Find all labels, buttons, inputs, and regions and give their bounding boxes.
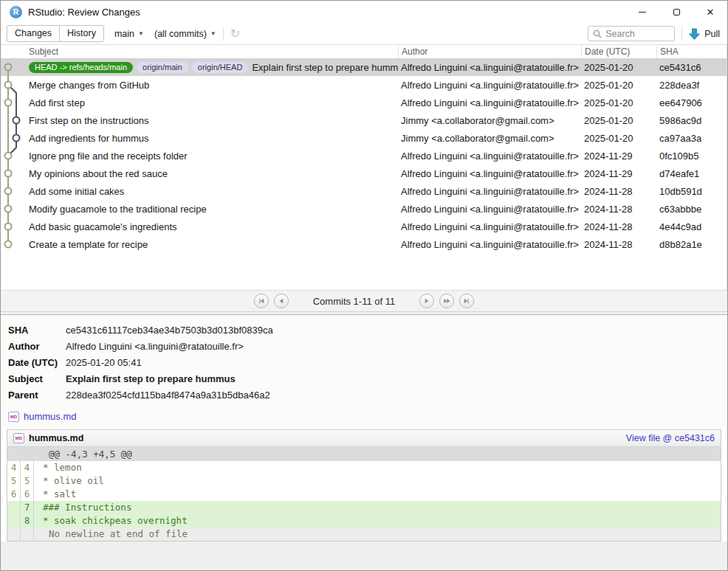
column-header-author[interactable]: Author: [398, 45, 581, 58]
detail-label: Author: [8, 341, 66, 352]
tab-history[interactable]: History: [59, 26, 103, 41]
commit-subject-cell: Merge changes from GitHub: [1, 80, 398, 91]
commit-row[interactable]: Add basic guacamole's ingredientsAlfredo…: [1, 218, 727, 235]
tab-changes[interactable]: Changes: [7, 26, 59, 41]
detail-label: Subject: [8, 373, 66, 384]
new-line-number: 7: [21, 501, 34, 514]
rstudio-logo-icon: R: [10, 6, 22, 18]
detail-value: Alfredo Linguini <a.linguini@ratatouille…: [66, 341, 244, 352]
previous-page-button[interactable]: [274, 294, 289, 308]
detail-row: SubjectExplain first step to prepare hum…: [8, 370, 727, 387]
commit-sha: c63abbbe: [656, 204, 724, 215]
commit-subject: Merge changes from GitHub: [29, 80, 149, 91]
pull-button[interactable]: Pull: [689, 28, 720, 40]
first-page-button[interactable]: [254, 294, 269, 308]
next-page-button[interactable]: [419, 294, 434, 308]
maximize-button[interactable]: [659, 1, 693, 23]
diff-line-text: * soak chickpeas overnight: [34, 514, 188, 527]
commit-subject-cell: Ignore png file and the receipts folder: [1, 150, 398, 162]
commit-row[interactable]: My opinions about the red sauceAlfredo L…: [1, 165, 727, 182]
remote-ref-badge: origin/HEAD: [192, 62, 249, 73]
commit-row[interactable]: Add some initial cakesAlfredo Linguini <…: [1, 182, 727, 200]
commit-sha: 228dea3f: [656, 80, 724, 91]
search-input[interactable]: [605, 29, 665, 39]
diff-header: MD hummus.md View file @ ce5431c6: [7, 430, 721, 447]
commit-row[interactable]: Ignore png file and the receipts folderA…: [1, 147, 727, 165]
commit-sha: d74eafe1: [656, 168, 724, 179]
commit-author: Jimmy <a.collaborator@gmail.com>: [398, 133, 581, 144]
column-header-subject[interactable]: Subject: [1, 45, 398, 58]
commit-row[interactable]: HEAD -> refs/heads/mainorigin/mainorigin…: [1, 58, 727, 76]
commit-sha: 4e44c9ad: [656, 221, 724, 232]
refresh-button[interactable]: ↻: [230, 27, 240, 41]
commit-row[interactable]: Add first stepAlfredo Linguini <a.lingui…: [1, 94, 727, 111]
commit-sha: 5986ac9d: [656, 115, 724, 126]
detail-row: Date (UTC)2025-01-20 05:41: [8, 354, 727, 370]
commit-sha: ca97aa3a: [656, 133, 724, 144]
branch-dropdown[interactable]: main ▼: [114, 29, 144, 39]
old-line-number: [7, 501, 21, 514]
view-file-link[interactable]: View file @ ce5431c6: [626, 433, 715, 443]
commit-sha: d8b82a1e: [656, 239, 724, 250]
toolbar: Changes History main ▼ (all commits) ▼ ↻…: [1, 23, 727, 45]
pull-label: Pull: [704, 29, 720, 39]
new-line-number: 8: [21, 514, 34, 527]
search-box: [588, 26, 675, 41]
changed-file-link[interactable]: hummus.md: [24, 411, 77, 422]
old-line-number: 5: [7, 474, 21, 488]
commit-sha: 0fc109b5: [656, 150, 724, 162]
commit-row[interactable]: Merge changes from GitHubAlfredo Linguin…: [1, 76, 727, 94]
window-background: [1, 541, 727, 570]
new-line-number: 4: [21, 461, 34, 474]
detail-row: Parent228dea3f0254cfd115ba4f8474a9a31b5d…: [8, 387, 727, 403]
minimize-button[interactable]: [625, 1, 659, 23]
commit-author: Alfredo Linguini <a.linguini@ratatouille…: [398, 97, 581, 108]
diff-line-text: * lemon: [34, 461, 82, 474]
search-icon: [593, 30, 602, 38]
markdown-file-icon: MD: [13, 433, 24, 443]
commit-subject-cell: Add ingredients for hummus: [1, 133, 398, 144]
commit-row[interactable]: Create a template for recipeAlfredo Ling…: [1, 235, 727, 253]
pagination-label: Commits 1-11 of 11: [313, 296, 396, 307]
new-line-number: 6: [21, 488, 34, 501]
commit-subject-cell: Add some initial cakes: [1, 186, 398, 197]
new-line-number: 5: [21, 474, 34, 488]
diff-filename: hummus.md: [29, 433, 83, 443]
commit-subject: Add first step: [29, 97, 85, 108]
new-line-number: [21, 527, 34, 541]
table-header: Subject Author Date (UTC) SHA: [1, 45, 727, 58]
fast-forward-button[interactable]: [439, 294, 454, 308]
column-header-date[interactable]: Date (UTC): [581, 45, 656, 58]
window-title: RStudio: Review Changes: [28, 7, 140, 18]
chevron-down-icon: ▼: [138, 30, 144, 37]
commit-date: 2025-01-20: [581, 133, 656, 144]
commit-row[interactable]: Modify guacamole to the traditional reci…: [1, 200, 727, 218]
column-header-sha[interactable]: SHA: [656, 45, 724, 58]
commits-filter-dropdown[interactable]: (all commits) ▼: [154, 29, 216, 39]
close-button[interactable]: ✕: [693, 1, 727, 23]
hunk-header-text: @@ -4,3 +4,5 @@: [7, 449, 132, 460]
old-line-number: [7, 514, 21, 527]
commit-subject: Ignore png file and the receipts folder: [29, 150, 188, 162]
chevron-down-icon: ▼: [210, 30, 216, 37]
toolbar-separator: [223, 27, 224, 41]
commit-row[interactable]: First step on the instructionsJimmy <a.c…: [1, 111, 727, 129]
next-page-icon: [422, 297, 431, 305]
last-page-button[interactable]: [459, 294, 474, 308]
minimize-icon: [639, 12, 646, 13]
commit-author: Jimmy <a.collaborator@gmail.com>: [398, 115, 581, 126]
commit-subject: Explain first step to prepare hummus: [252, 62, 398, 73]
review-changes-window: R RStudio: Review Changes ✕ Changes Hist…: [0, 0, 728, 571]
detail-label: Parent: [8, 390, 66, 401]
commit-author: Alfredo Linguini <a.linguini@ratatouille…: [398, 150, 581, 162]
commit-subject: Add basic guacamole's ingredients: [29, 221, 177, 232]
remote-ref-badge: origin/main: [137, 62, 188, 73]
commit-date: 2024-11-28: [581, 221, 656, 232]
old-line-number: 6: [7, 488, 21, 501]
window-controls: ✕: [625, 1, 727, 23]
commit-subject-cell: My opinions about the red sauce: [1, 168, 398, 179]
detail-value: Explain first step to prepare hummus: [66, 373, 236, 384]
commit-subject: Modify guacamole to the traditional reci…: [29, 204, 207, 215]
commit-row[interactable]: Add ingredients for hummusJimmy <a.colla…: [1, 129, 727, 147]
commit-author: Alfredo Linguini <a.linguini@ratatouille…: [398, 186, 581, 197]
